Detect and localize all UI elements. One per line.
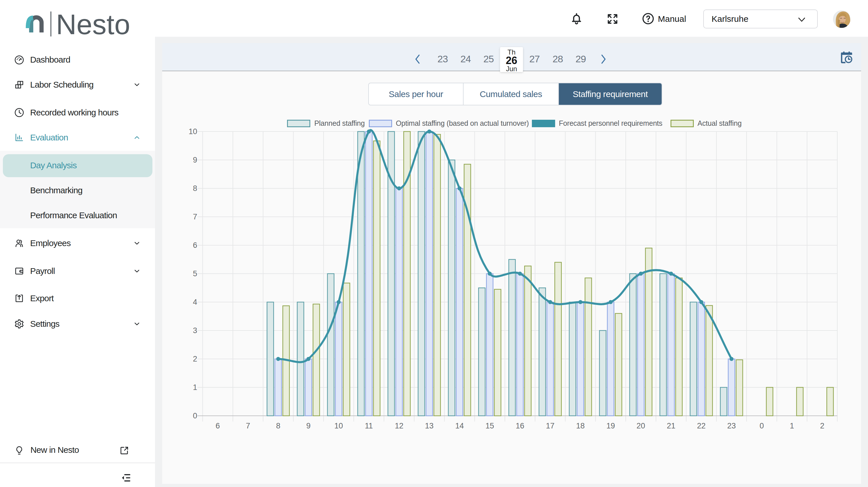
- svg-text:10: 10: [334, 422, 343, 430]
- svg-text:7: 7: [193, 212, 197, 221]
- svg-text:6: 6: [193, 241, 197, 249]
- svg-text:13: 13: [425, 422, 434, 430]
- svg-text:8: 8: [193, 184, 197, 193]
- svg-text:1: 1: [193, 383, 197, 392]
- svg-text:12: 12: [395, 422, 403, 430]
- svg-text:8: 8: [276, 422, 280, 430]
- svg-text:18: 18: [576, 422, 585, 430]
- svg-text:3: 3: [193, 326, 197, 335]
- svg-text:0: 0: [760, 422, 764, 430]
- svg-text:2: 2: [193, 355, 197, 363]
- svg-text:5: 5: [193, 269, 197, 278]
- svg-text:7: 7: [246, 422, 250, 430]
- svg-text:4: 4: [193, 298, 197, 306]
- svg-text:19: 19: [606, 422, 615, 430]
- svg-text:15: 15: [485, 422, 494, 430]
- svg-text:1: 1: [790, 422, 794, 430]
- svg-text:9: 9: [193, 156, 197, 164]
- svg-text:6: 6: [216, 422, 220, 430]
- svg-text:20: 20: [637, 422, 645, 430]
- svg-text:Nesto: Nesto: [56, 11, 130, 40]
- svg-text:21: 21: [667, 422, 675, 430]
- svg-text:11: 11: [365, 422, 373, 430]
- svg-text:23: 23: [727, 422, 736, 430]
- svg-text:14: 14: [455, 422, 464, 430]
- svg-text:9: 9: [306, 422, 311, 430]
- svg-text:22: 22: [697, 422, 706, 430]
- svg-text:17: 17: [546, 422, 555, 430]
- svg-text:2: 2: [820, 422, 825, 430]
- svg-text:10: 10: [189, 127, 197, 136]
- svg-text:0: 0: [193, 412, 197, 420]
- svg-text:16: 16: [516, 422, 524, 430]
